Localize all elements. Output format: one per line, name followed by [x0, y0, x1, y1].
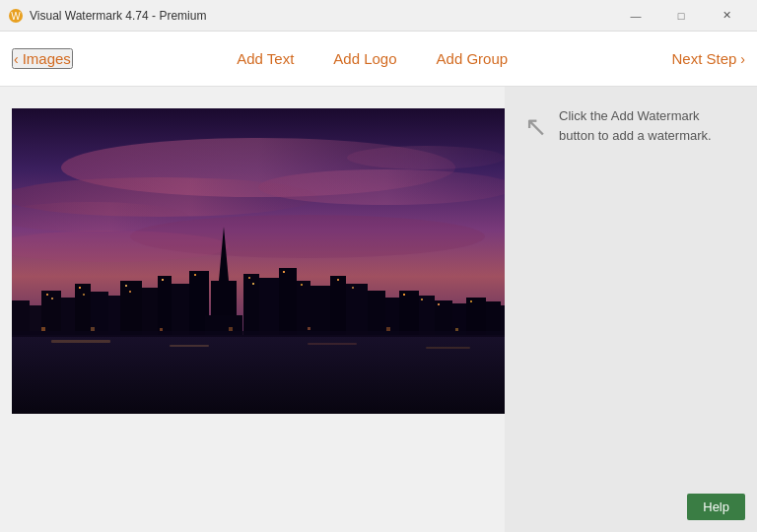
- app-icon: W: [8, 8, 24, 24]
- svg-rect-40: [419, 296, 435, 335]
- svg-rect-55: [252, 283, 254, 285]
- svg-rect-49: [83, 294, 85, 296]
- next-step-button[interactable]: Next Step ›: [671, 50, 745, 67]
- svg-rect-67: [160, 328, 163, 331]
- svg-rect-53: [194, 274, 196, 276]
- main-content: ↖ Click the Add Watermark button to add …: [0, 87, 757, 532]
- svg-rect-54: [248, 277, 250, 279]
- add-logo-button[interactable]: Add Logo: [333, 50, 396, 67]
- svg-rect-13: [308, 343, 357, 345]
- svg-rect-63: [470, 300, 472, 302]
- svg-rect-51: [129, 291, 131, 293]
- image-panel: [0, 87, 505, 532]
- city-image: [12, 108, 515, 414]
- add-text-button[interactable]: Add Text: [237, 50, 294, 67]
- svg-rect-21: [108, 296, 120, 335]
- svg-rect-23: [142, 288, 158, 335]
- svg-rect-37: [368, 291, 385, 335]
- title-bar: W Visual Watermark 4.74 - Premium — □ ✕: [0, 0, 757, 32]
- next-chevron-icon: ›: [740, 51, 745, 67]
- images-button[interactable]: ‹ Images: [12, 48, 73, 69]
- toolbar-left: ‹ Images: [12, 48, 73, 69]
- svg-rect-47: [51, 298, 53, 299]
- svg-point-7: [347, 146, 505, 169]
- svg-rect-30: [243, 274, 259, 335]
- svg-rect-70: [386, 327, 390, 331]
- svg-rect-25: [172, 284, 189, 335]
- arrow-icon: ↖: [524, 110, 547, 143]
- svg-rect-22: [120, 281, 142, 335]
- hint-container: ↖ Click the Add Watermark button to add …: [524, 106, 737, 145]
- svg-rect-50: [125, 285, 127, 287]
- svg-rect-57: [301, 284, 303, 286]
- svg-rect-71: [455, 328, 458, 331]
- svg-rect-64: [12, 331, 515, 337]
- images-label: Images: [23, 50, 71, 67]
- minimize-button[interactable]: —: [613, 0, 658, 32]
- svg-rect-58: [337, 279, 339, 281]
- svg-rect-14: [426, 347, 470, 349]
- toolbar-center: Add Text Add Logo Add Group: [237, 50, 508, 67]
- svg-rect-32: [279, 268, 297, 335]
- svg-rect-11: [51, 340, 110, 343]
- window-controls: — □ ✕: [613, 0, 749, 32]
- svg-rect-35: [330, 276, 346, 335]
- svg-rect-61: [421, 299, 423, 300]
- svg-rect-39: [399, 291, 419, 335]
- svg-rect-68: [229, 327, 233, 331]
- svg-rect-34: [310, 286, 330, 335]
- svg-rect-44: [486, 301, 501, 335]
- svg-rect-33: [297, 281, 310, 335]
- svg-rect-69: [308, 327, 310, 330]
- svg-rect-15: [12, 300, 30, 335]
- close-button[interactable]: ✕: [704, 0, 749, 32]
- svg-rect-12: [170, 345, 209, 347]
- svg-rect-41: [435, 300, 452, 335]
- svg-rect-36: [346, 284, 368, 335]
- add-group-button[interactable]: Add Group: [437, 50, 509, 67]
- svg-point-5: [258, 169, 515, 205]
- svg-rect-42: [452, 303, 466, 335]
- svg-rect-18: [61, 298, 75, 335]
- svg-rect-62: [438, 303, 440, 305]
- next-step-label: Next Step: [671, 50, 736, 67]
- svg-rect-31: [259, 278, 279, 335]
- svg-rect-65: [41, 327, 45, 331]
- svg-rect-19: [75, 284, 91, 335]
- svg-rect-56: [283, 271, 285, 273]
- toolbar: ‹ Images Add Text Add Logo Add Group Nex…: [0, 32, 757, 87]
- svg-rect-16: [30, 305, 41, 335]
- back-chevron-icon: ‹: [14, 51, 19, 67]
- app-title: Visual Watermark 4.74 - Premium: [30, 9, 206, 23]
- svg-rect-60: [403, 294, 405, 296]
- svg-rect-43: [466, 298, 486, 335]
- svg-rect-46: [46, 294, 48, 296]
- hint-text: Click the Add Watermark button to add a …: [559, 106, 726, 145]
- svg-rect-59: [352, 287, 354, 289]
- svg-rect-24: [158, 276, 172, 335]
- svg-rect-52: [162, 279, 164, 281]
- svg-rect-48: [79, 287, 81, 289]
- maximize-button[interactable]: □: [658, 0, 704, 32]
- title-left: W Visual Watermark 4.74 - Premium: [8, 8, 206, 24]
- help-button[interactable]: Help: [687, 494, 745, 520]
- svg-rect-66: [91, 327, 95, 331]
- right-panel: ↖ Click the Add Watermark button to add …: [505, 87, 757, 532]
- svg-text:W: W: [11, 11, 21, 22]
